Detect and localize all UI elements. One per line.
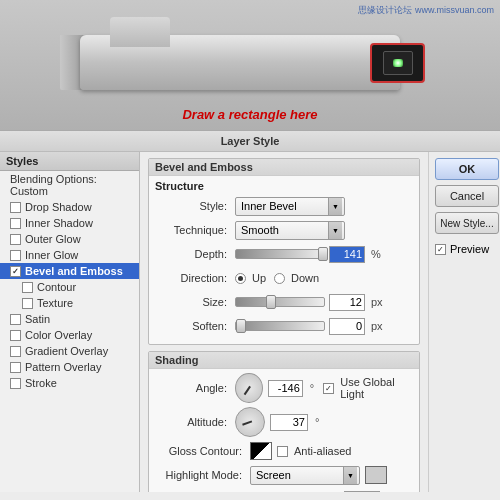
bevel-emboss-item[interactable]: Bevel and Emboss (0, 263, 139, 279)
camera-body-shape (80, 35, 400, 90)
gloss-contour-label: Gloss Contour: (155, 445, 250, 457)
gloss-contour-swatch[interactable] (250, 442, 272, 460)
contour-item[interactable]: Contour (0, 279, 139, 295)
contour-label: Contour (37, 281, 76, 293)
satin-item[interactable]: Satin (0, 311, 139, 327)
opacity-input[interactable]: 100 (344, 491, 380, 493)
angle-controls: -146 ° Use Global Light (235, 373, 413, 403)
cancel-button[interactable]: Cancel (435, 185, 499, 207)
dialog-title: Layer Style (0, 131, 500, 152)
ok-button[interactable]: OK (435, 158, 499, 180)
texture-item[interactable]: Texture (0, 295, 139, 311)
stroke-item[interactable]: Stroke (0, 375, 139, 391)
altitude-input[interactable]: 37 (270, 414, 308, 431)
direction-down-option[interactable]: Down (274, 272, 319, 284)
contour-checkbox[interactable] (22, 282, 33, 293)
bevel-emboss-section-title: Bevel and Emboss (149, 159, 419, 176)
angle-dial[interactable] (235, 373, 263, 403)
gradient-overlay-item[interactable]: Gradient Overlay (0, 343, 139, 359)
soften-slider-thumb[interactable] (236, 319, 246, 333)
gradient-overlay-checkbox[interactable] (10, 346, 21, 357)
soften-field-label: Soften: (155, 320, 235, 332)
preview-row: Preview (435, 243, 494, 255)
color-overlay-checkbox[interactable] (10, 330, 21, 341)
styles-panel-header: Styles (0, 152, 139, 171)
drop-shadow-checkbox[interactable] (10, 202, 21, 213)
depth-input[interactable]: 141 (329, 246, 365, 263)
direction-up-label: Up (252, 272, 266, 284)
global-light-row: Use Global Light (323, 376, 413, 400)
structure-header: Structure (155, 180, 413, 192)
use-global-light-checkbox[interactable] (323, 383, 334, 394)
depth-field-label: Depth: (155, 248, 235, 260)
outer-glow-label: Outer Glow (25, 233, 81, 245)
direction-radio-group: Up Down (235, 272, 319, 284)
direction-field-label: Direction: (155, 272, 235, 284)
direction-up-option[interactable]: Up (235, 272, 266, 284)
preview-checkbox[interactable] (435, 244, 446, 255)
highlight-mode-value: Screen (253, 469, 343, 481)
size-row: Size: 12 px (155, 292, 413, 312)
altitude-field-label: Altitude: (155, 416, 235, 428)
anti-aliased-checkbox[interactable] (277, 446, 288, 457)
shading-content: Angle: -146 ° Use Global Light (149, 369, 419, 492)
outer-glow-item[interactable]: Outer Glow (0, 231, 139, 247)
inner-shadow-item[interactable]: Inner Shadow (0, 215, 139, 231)
bevel-emboss-checkbox[interactable] (10, 266, 21, 277)
depth-row: Depth: 141 % (155, 244, 413, 264)
technique-select[interactable]: Smooth ▼ (235, 221, 345, 240)
shading-section: Shading Angle: -146 ° (148, 351, 420, 492)
highlight-color-swatch[interactable] (365, 466, 387, 484)
outer-glow-checkbox[interactable] (10, 234, 21, 245)
style-select[interactable]: Inner Bevel ▼ (235, 197, 345, 216)
size-slider-thumb[interactable] (266, 295, 276, 309)
size-slider-track[interactable] (235, 297, 325, 307)
pattern-overlay-checkbox[interactable] (10, 362, 21, 373)
bevel-emboss-content: Structure Style: Inner Bevel ▼ Technique… (149, 176, 419, 344)
inner-glow-checkbox[interactable] (10, 250, 21, 261)
stroke-checkbox[interactable] (10, 378, 21, 389)
angle-input[interactable]: -146 (268, 380, 303, 397)
anti-aliased-row: Anti-aliased (277, 445, 351, 457)
angle-indicator (243, 386, 250, 395)
blending-options-label: Blending Options: Custom (10, 173, 133, 197)
pattern-overlay-item[interactable]: Pattern Overlay (0, 359, 139, 375)
satin-checkbox[interactable] (10, 314, 21, 325)
highlight-mode-row: Highlight Mode: Screen ▼ (155, 465, 413, 485)
depth-slider-thumb[interactable] (318, 247, 328, 261)
direction-down-radio[interactable] (274, 273, 285, 284)
altitude-row: Altitude: 37 ° (155, 407, 413, 437)
soften-value: 0 (356, 320, 362, 332)
highlight-mode-select[interactable]: Screen ▼ (250, 466, 360, 485)
altitude-dial[interactable] (235, 407, 265, 437)
stroke-label: Stroke (25, 377, 57, 389)
size-input[interactable]: 12 (329, 294, 365, 311)
inner-glow-item[interactable]: Inner Glow (0, 247, 139, 263)
color-overlay-item[interactable]: Color Overlay (0, 327, 139, 343)
viewfinder-light (393, 59, 403, 67)
opacity-slider-container: 100 % (250, 491, 396, 493)
drop-shadow-item[interactable]: Drop Shadow (0, 199, 139, 215)
inner-shadow-label: Inner Shadow (25, 217, 93, 229)
inner-shadow-checkbox[interactable] (10, 218, 21, 229)
drop-shadow-label: Drop Shadow (25, 201, 92, 213)
altitude-indicator (242, 420, 252, 425)
direction-up-radio[interactable] (235, 273, 246, 284)
soften-input[interactable]: 0 (329, 318, 365, 335)
dialog-body: Styles Blending Options: Custom Drop Sha… (0, 152, 500, 492)
new-style-button[interactable]: New Style... (435, 212, 499, 234)
texture-label: Texture (37, 297, 73, 309)
soften-slider-track[interactable] (235, 321, 325, 331)
altitude-unit: ° (315, 416, 319, 428)
depth-slider-track[interactable] (235, 249, 325, 259)
blending-options-item[interactable]: Blending Options: Custom (0, 171, 139, 199)
inner-glow-label: Inner Glow (25, 249, 78, 261)
gloss-contour-row: Gloss Contour: Anti-aliased (155, 441, 413, 461)
preview-label: Preview (450, 243, 489, 255)
angle-value: -146 (278, 382, 300, 394)
texture-checkbox[interactable] (22, 298, 33, 309)
depth-value: 141 (344, 248, 362, 260)
altitude-controls: 37 ° (235, 407, 319, 437)
pattern-overlay-label: Pattern Overlay (25, 361, 101, 373)
viewfinder-inner (383, 51, 413, 75)
